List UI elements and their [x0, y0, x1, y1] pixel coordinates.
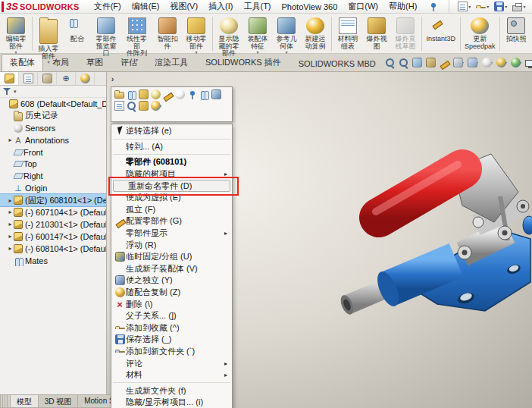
panel-expand-arrow[interactable]: ›	[108, 74, 117, 85]
headsup-previous-view-button[interactable]	[412, 58, 422, 67]
headsup-edit-appearance-button[interactable]: ▾	[496, 58, 507, 67]
context-menu-item-父子关系...-(])[interactable]: 父子关系... (])	[111, 310, 232, 322]
context-menu-item-浮动-(R)[interactable]: 浮动 (R)	[111, 239, 232, 251]
context-menu-item-隐藏/显示树项目...-(i)[interactable]: 隐藏/显示树项目... (i)	[111, 397, 232, 408]
mate-button[interactable]	[127, 89, 136, 99]
undo-button[interactable]: ↶▾	[528, 0, 532, 13]
tree-item-Origin[interactable]: ⊥Origin	[0, 182, 106, 194]
context-menu-item-转到...-(A)[interactable]: 转到... (A)	[111, 141, 232, 153]
menu-item-编辑(E)[interactable]: 编辑(E)	[127, 0, 165, 14]
tree-item-Right[interactable]: Right	[0, 170, 106, 182]
context-menu-item-生成新文件夹-(f)[interactable]: 生成新文件夹 (f)	[111, 384, 232, 397]
context-menu-item-配置零部件-(G)[interactable]: 配置零部件 (G)	[111, 215, 232, 228]
menu-pin-icon[interactable]	[428, 2, 438, 11]
attachment-button[interactable]	[199, 89, 209, 99]
context-menu-item-保存选择-(_)[interactable]: 保存选择 (_)	[111, 334, 232, 346]
displaymanager-tab[interactable]	[76, 72, 95, 85]
propertymanager-tab[interactable]	[19, 72, 38, 85]
menu-item-视图(V)[interactable]: 视图(V)	[164, 0, 203, 14]
context-menu-item-删除-(\)[interactable]: ×删除 (\)	[111, 298, 232, 310]
ribbon-button-更新Speedpak[interactable]: 更新 Speedpak	[462, 14, 498, 53]
ribbon-button-Instant3D[interactable]: Instant3D	[424, 14, 458, 53]
tab-渲染工具[interactable]: 渲染工具	[146, 54, 196, 71]
ribbon-button-爆炸直线草图[interactable]: 爆炸直 线草图	[391, 14, 420, 53]
ribbon-button-配合[interactable]: 配合	[63, 14, 92, 53]
ribbon-button-参考几何体[interactable]: 参考几 何体▾	[272, 14, 301, 53]
headsup-apply-scene-button[interactable]: ▾	[511, 58, 521, 67]
tab-装配体[interactable]: 装配体	[2, 54, 43, 71]
headsup-zoom-fit-button[interactable]	[385, 58, 395, 67]
tree-item-Mates[interactable]: Mates	[0, 255, 106, 267]
tree-item-(-)[interactable]: ▸(-) 607104<1> (Default<<Defau	[0, 206, 106, 218]
context-menu-item-随配合复制-(Z)[interactable]: 随配合复制 (Z)	[111, 287, 232, 299]
configurationmanager-tab[interactable]	[38, 72, 57, 85]
tree-item-Annotations[interactable]: ▸AAnnotations	[0, 134, 106, 146]
tree-item-608[interactable]: 608 (Default<Default_Display State-	[0, 98, 106, 110]
ribbon-button-编辑零部件[interactable]: 编辑零 部件▾	[2, 14, 30, 53]
context-menu-item-评论[interactable]: 评论▸	[111, 357, 232, 369]
open-part-button[interactable]	[114, 89, 124, 99]
menu-item-PhotoView 360[interactable]: PhotoView 360	[277, 1, 343, 13]
pencil-button[interactable]	[163, 89, 173, 99]
save-button[interactable]: ▾	[492, 0, 509, 13]
new-document-button[interactable]: ▾	[455, 0, 473, 13]
context-menu-item-添加到收藏-(^)[interactable]: 添加到收藏 (^)	[111, 322, 232, 334]
ribbon-button-插入零部件[interactable]: 插入零 部件▾	[34, 14, 63, 53]
context-menu-item-添加到新文件夹-(`)[interactable]: 添加到新文件夹 (`)	[111, 346, 232, 358]
headsup-sketch-button[interactable]	[440, 58, 449, 67]
context-menu-item-重新命名零件-(D)[interactable]: 重新命名零件 (D)	[113, 180, 230, 192]
ribbon-button-新建运动算例[interactable]: 新建运 动算例	[301, 14, 330, 53]
context-menu-item-隐藏的树项目[interactable]: 隐藏的树项目▸	[111, 168, 232, 180]
tree-item-(-)[interactable]: ▸(-) 600147<1> (Default<<Defau	[0, 231, 106, 243]
dimxpertmanager-tab[interactable]: ⊕	[57, 72, 76, 85]
print-button[interactable]: ▾	[510, 1, 527, 13]
open-button[interactable]: ▾	[474, 2, 491, 11]
ribbon-button-零部件预览窗口[interactable]: 零部件 预览窗 口	[92, 14, 120, 53]
expander-arrow-icon[interactable]: ▸	[7, 209, 14, 215]
expander-arrow-icon[interactable]: ▸	[7, 245, 14, 252]
context-menu-item-材料[interactable]: 材料▸	[111, 369, 232, 381]
fix-pin-button[interactable]	[187, 89, 197, 99]
tree-item-(固定)[interactable]: ▸(固定) 608101<1> (Default<<De	[0, 194, 106, 206]
zoom-to-selection-button[interactable]	[127, 101, 136, 111]
expander-arrow-icon[interactable]: ▸	[7, 221, 14, 228]
headsup-hide-show-items-button[interactable]: ▾	[482, 58, 493, 67]
context-menu-item-孤立-(F)[interactable]: 孤立 (F)	[111, 204, 232, 216]
ribbon-button-爆炸视图[interactable]: 爆炸视 图	[362, 14, 391, 53]
menu-item-文件(F)[interactable]: 文件(F)	[89, 0, 127, 14]
context-menu-item-逆转选择-(e)[interactable]: 逆转选择 (e)	[111, 125, 232, 137]
insert-components-button[interactable]	[139, 89, 149, 99]
expander-arrow-icon[interactable]: ▸	[7, 197, 14, 204]
menu-item-插入(I)[interactable]: 插入(I)	[203, 0, 238, 14]
context-menu-item-零部件显示[interactable]: 零部件显示▸	[111, 228, 232, 240]
context-menu-item-使成为虚拟-(E)[interactable]: 使成为虚拟 (E)	[111, 192, 232, 204]
ribbon-button-智能扣件[interactable]: 智能扣 件	[153, 14, 182, 53]
tab-SOLIDWORKS MBD[interactable]: SOLIDWORKS MBD	[290, 56, 384, 71]
expander-arrow-icon[interactable]: ▸	[7, 233, 14, 240]
tree-item-(-)[interactable]: ▸(-) 210301<1> (Default<<Defau	[0, 218, 106, 231]
ribbon-button-显示隐藏的零部件[interactable]: 显示隐 藏的零 部件	[214, 14, 243, 53]
isolate-button[interactable]	[211, 89, 221, 99]
document-tab-模型[interactable]: 模型	[10, 394, 39, 408]
headsup-section-view-button[interactable]	[426, 58, 436, 67]
tree-item-Top[interactable]: Top	[0, 158, 106, 170]
context-menu-item-生成新子装配体-(V)[interactable]: 生成新子装配体 (V)	[111, 263, 232, 275]
featuremanager-tab[interactable]	[0, 72, 19, 85]
ribbon-button-材料明细表[interactable]: 材料明 细表	[333, 14, 362, 53]
tree-item-Sensors[interactable]: Sensors	[0, 122, 106, 134]
properties-button[interactable]	[114, 101, 124, 111]
headsup-view-settings-button[interactable]: ▾	[525, 58, 532, 67]
ribbon-button-移动零部件[interactable]: 移动零 部件▾	[182, 14, 211, 53]
headsup-view-orientation-button[interactable]: ▾	[453, 58, 464, 67]
tree-item-(-)[interactable]: ▸(-) 608104<1> (Default<<Defau	[0, 243, 106, 255]
context-menu-item-临时固定/分组-(U)[interactable]: 临时固定/分组 (U)	[111, 251, 232, 263]
expander-arrow-icon[interactable]: ▸	[7, 137, 14, 143]
component-color-button[interactable]	[139, 101, 149, 111]
appearance-ball-button[interactable]: ▾	[151, 101, 161, 111]
preview-button[interactable]	[151, 89, 161, 99]
hide-component-button[interactable]	[175, 89, 185, 99]
context-menu-item-使之独立-(Y)[interactable]: 使之独立 (Y)	[111, 275, 232, 287]
ribbon-button-拍快照[interactable]: 拍快照	[502, 14, 530, 53]
ribbon-button-线性零部件阵列[interactable]: 线性零部 件阵列▾	[120, 14, 153, 53]
headsup-display-style-button[interactable]: ▾	[468, 58, 478, 67]
